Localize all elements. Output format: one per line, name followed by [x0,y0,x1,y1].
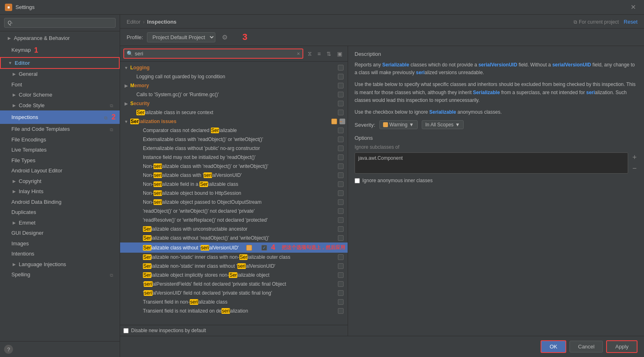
item-checkbox[interactable] [338,299,344,305]
item-checkbox[interactable] [338,145,344,151]
item-checkbox[interactable] [338,110,344,115]
ignore-anonymous-checkbox[interactable] [355,178,360,183]
sidebar-item-copyright[interactable]: ▶ Copyright [0,176,120,187]
insp-item-s14-selected[interactable]: Serializable class without 'serialVersio… [120,242,348,253]
item-checkbox[interactable] [338,181,344,187]
sidebar-item-color-scheme[interactable]: ▶ Color Scheme [0,90,120,100]
item-checkbox[interactable] [338,290,344,296]
sidebar-item-language-injections[interactable]: ▶ Language Injections [0,259,120,270]
sidebar-item-emmet[interactable]: ▶ Emmet [0,218,120,228]
add-ignore-button[interactable]: + [631,152,637,163]
sidebar-item-code-style[interactable]: ▶ Code Style ⧉ [0,100,120,111]
sidebar-item-intentions[interactable]: Intentions [0,249,120,259]
item-checkbox[interactable] [338,137,344,142]
category-security[interactable]: ▶ Security [120,99,348,108]
sidebar-item-appearance[interactable]: ▶ Appearance & Behavior [0,33,120,44]
sidebar-item-spelling[interactable]: Spelling ⧉ [0,269,120,280]
category-checkbox[interactable] [338,65,344,71]
collapse-all-button[interactable]: ≡ [315,49,323,58]
search-clear-button[interactable]: × [297,51,300,57]
sidebar-item-file-code-templates[interactable]: File and Code Templates ⧉ [0,124,120,134]
insp-item-s15[interactable]: Serializable non-'static' inner class wi… [120,253,348,262]
help-button[interactable]: ? [4,345,13,354]
item-checkbox[interactable] [338,226,344,232]
category-checkbox[interactable] [338,101,344,106]
insp-item-s10[interactable]: 'readObject()' or 'writeObject()' not de… [120,207,348,216]
insp-item-s19[interactable]: 'serialVersionUID' field not declared 'p… [120,289,348,298]
disable-new-inspections-checkbox[interactable] [123,328,129,333]
item-checkbox-checked[interactable] [261,245,267,251]
sidebar-item-live-templates[interactable]: Live Templates [0,145,120,155]
remove-ignore-button[interactable]: − [631,163,637,174]
sidebar-search-input[interactable] [4,18,116,28]
close-button[interactable]: ✕ [627,2,639,13]
insp-item-s5[interactable]: Non-serializable class with 'readObject(… [120,162,348,171]
profile-select[interactable]: Project Default Project [147,32,215,42]
insp-item-security-1[interactable]: Serializable class in secure context [120,108,348,117]
item-checkbox[interactable] [338,235,344,241]
category-serialization[interactable]: ▼ Serialization issues – [120,117,348,126]
item-checkbox[interactable] [338,217,344,223]
insp-item-logging-1[interactable]: Logging call not guarded by log conditio… [120,72,348,81]
item-checkbox-orange[interactable] [246,245,252,251]
insp-item-s20[interactable]: Transient field in non-serializable clas… [120,298,348,306]
item-checkbox[interactable] [338,190,344,196]
item-checkbox[interactable] [338,208,344,214]
sidebar-item-file-encodings[interactable]: File Encodings [0,134,120,145]
category-checkbox[interactable] [338,83,344,88]
category-checkbox-orange[interactable] [331,119,337,124]
item-checkbox[interactable] [338,128,344,133]
disable-new-inspections-label[interactable]: Disable new inspections by default [123,328,206,333]
item-checkbox[interactable] [338,281,344,287]
sidebar-item-gui-designer[interactable]: GUI Designer [0,228,120,238]
gear-button[interactable]: ⚙ [219,33,230,42]
insp-item-s16[interactable]: Serializable non-'static' inner class wi… [120,262,348,271]
item-checkbox[interactable] [338,254,344,260]
sidebar-item-keymap[interactable]: Keymap 1 [0,44,120,57]
sidebar-item-editor[interactable]: ▼ Editor [0,57,120,69]
insp-item-s21[interactable]: Transient field is not initialized on de… [120,306,348,315]
sidebar-item-font[interactable]: Font [0,79,120,90]
sidebar-item-general[interactable]: ▶ General [0,69,120,79]
expand-all-button[interactable]: ⇅ [324,49,333,58]
insp-item-s18[interactable]: 'serialPersistentFields' field not decla… [120,280,348,289]
insp-item-s17[interactable]: Serializable object implicitly stores no… [120,271,348,280]
item-checkbox[interactable] [338,92,344,97]
scope-badge[interactable]: In All Scopes ▼ [422,120,464,129]
category-memory[interactable]: ▶ Memory [120,81,348,90]
item-checkbox[interactable] [338,172,344,178]
insp-item-s6[interactable]: Non-serializable class with 'serialVersi… [120,171,348,180]
insp-item-s11[interactable]: 'readResolve()' or 'writeReplace()' not … [120,216,348,225]
sidebar-item-inspections[interactable]: Inspections ⧉ 2 [0,110,120,124]
item-checkbox[interactable] [338,272,344,278]
inspection-search-input[interactable]: seri [135,51,297,57]
item-checkbox[interactable] [338,154,344,160]
sidebar-item-android-data-binding[interactable]: Android Data Binding [0,197,120,207]
reset-button[interactable]: Reset [624,19,637,25]
cancel-button[interactable]: Cancel [570,341,603,353]
item-checkbox[interactable] [338,163,344,169]
item-checkbox[interactable] [338,308,344,314]
insp-item-s9[interactable]: Non-serializable object passed to Object… [120,198,348,207]
apply-button[interactable]: Apply [606,340,637,353]
insp-item-s1[interactable]: Comparator class not declared Serializab… [120,126,348,135]
filter-button[interactable]: ⧖ [306,49,314,58]
sidebar-item-duplicates[interactable]: Duplicates [0,207,120,218]
sidebar-item-inlay-hints[interactable]: ▶ Inlay Hints [0,186,120,197]
insp-item-s12[interactable]: Serializable class with unconstructable … [120,225,348,234]
warning-badge[interactable]: Warning ▼ [379,120,418,129]
sidebar-item-file-types[interactable]: File Types [0,155,120,166]
ok-button[interactable]: OK [541,340,566,353]
item-checkbox[interactable] [338,199,344,205]
insp-item-s13[interactable]: Serializable class without 'readObject()… [120,234,348,242]
category-logging[interactable]: ▼ Logging [120,63,348,72]
insp-item-s7[interactable]: Non-serializable field in a Serializable… [120,180,348,189]
insp-item-s2[interactable]: Externalizable class with 'readObject()'… [120,135,348,144]
insp-item-memory-1[interactable]: Calls to 'System.gc()' or 'Runtime.gc()' [120,90,348,99]
insp-item-s8[interactable]: Non-serializable object bound to HttpSes… [120,189,348,198]
item-checkbox[interactable] [338,263,344,269]
insp-item-s3[interactable]: Externalizable class without 'public' no… [120,144,348,153]
sidebar-item-images[interactable]: Images [0,238,120,249]
sidebar-item-android-layout-editor[interactable]: Android Layout Editor [0,165,120,176]
insp-item-s4[interactable]: Instance field may not be initialized by… [120,153,348,162]
